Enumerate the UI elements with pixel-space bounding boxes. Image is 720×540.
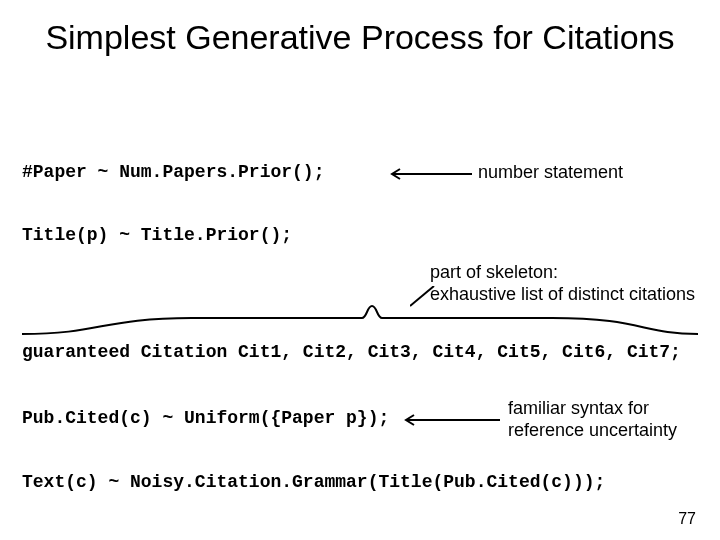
slide-title: Simplest Generative Process for Citation… bbox=[0, 18, 720, 57]
label-skeleton-line2: exhaustive list of distinct citations bbox=[430, 284, 695, 304]
label-skeleton: part of skeleton: exhaustive list of dis… bbox=[430, 262, 695, 305]
code-paper-line: #Paper ~ Num.Papers.Prior(); bbox=[22, 162, 324, 182]
label-number-statement: number statement bbox=[478, 162, 623, 184]
label-familiar-line1: familiar syntax for bbox=[508, 398, 649, 418]
brace-over-citations bbox=[22, 302, 700, 336]
code-text-line: Text(c) ~ Noisy.Citation.Grammar(Title(P… bbox=[22, 472, 605, 492]
code-pub-line: Pub.Cited(c) ~ Uniform({Paper p}); bbox=[22, 408, 389, 428]
label-familiar-syntax: familiar syntax for reference uncertaint… bbox=[508, 398, 677, 441]
code-title-line: Title(p) ~ Title.Prior(); bbox=[22, 225, 292, 245]
code-guaranteed-line: guaranteed Citation Cit1, Cit2, Cit3, Ci… bbox=[22, 342, 681, 362]
pointer-to-brace bbox=[410, 286, 440, 310]
arrow-familiar-syntax bbox=[398, 413, 502, 427]
svg-line-1 bbox=[410, 286, 434, 306]
label-skeleton-line1: part of skeleton: bbox=[430, 262, 558, 282]
label-familiar-line2: reference uncertainty bbox=[508, 420, 677, 440]
page-number: 77 bbox=[678, 510, 696, 528]
arrow-number-statement bbox=[384, 167, 474, 181]
